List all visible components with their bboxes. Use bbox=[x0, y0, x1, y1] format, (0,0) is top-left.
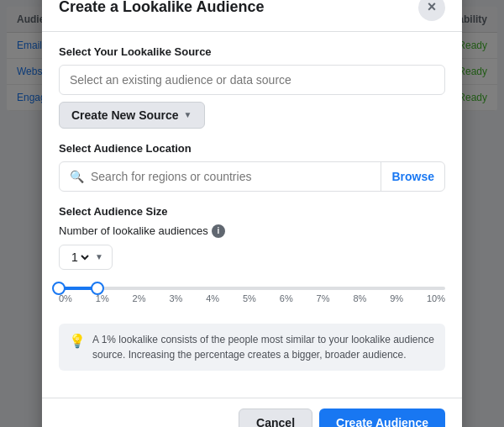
slider-label-5: 5% bbox=[243, 293, 256, 303]
slider-label-8: 8% bbox=[353, 293, 366, 303]
modal-backdrop: Create a Lookalike Audience × Select You… bbox=[0, 0, 504, 427]
location-section: Select Audience Location 🔍 Browse bbox=[59, 142, 445, 192]
search-icon: 🔍 bbox=[70, 170, 84, 183]
browse-button[interactable]: Browse bbox=[381, 162, 434, 191]
slider-label-10: 10% bbox=[427, 293, 445, 303]
number-select[interactable]: 1 2 3 4 5 6 bbox=[68, 250, 92, 265]
lightbulb-icon: 💡 bbox=[69, 333, 86, 349]
source-section-label: Select Your Lookalike Source bbox=[59, 45, 445, 58]
size-label-row: Number of lookalike audiences i bbox=[59, 224, 445, 238]
create-new-source-button[interactable]: Create New Source ▼ bbox=[59, 102, 205, 129]
dropdown-arrow-icon: ▼ bbox=[184, 110, 192, 119]
create-audience-button[interactable]: Create Audience bbox=[319, 409, 445, 428]
location-section-label: Select Audience Location bbox=[59, 142, 445, 155]
slider-label-3: 3% bbox=[169, 293, 182, 303]
tip-text: A 1% lookalike consists of the people mo… bbox=[92, 332, 435, 362]
size-section-label: Select Audience Size bbox=[59, 205, 445, 218]
slider-label-7: 7% bbox=[317, 293, 330, 303]
slider-right-thumb[interactable] bbox=[91, 282, 104, 295]
modal-title: Create a Lookalike Audience bbox=[59, 0, 264, 16]
modal-header: Create a Lookalike Audience × bbox=[42, 0, 462, 32]
tip-box: 💡 A 1% lookalike consists of the people … bbox=[59, 324, 445, 371]
slider-left-thumb[interactable] bbox=[52, 282, 66, 295]
modal-footer: Cancel Create Audience bbox=[42, 398, 462, 428]
slider-labels: 0% 1% 2% 3% 4% 5% 6% 7% 8% 9% 10% bbox=[59, 293, 445, 303]
modal-body: Select Your Lookalike Source Create New … bbox=[42, 32, 462, 398]
create-source-label: Create New Source bbox=[71, 108, 179, 122]
source-section: Select Your Lookalike Source Create New … bbox=[59, 45, 445, 129]
number-select-wrapper[interactable]: 1 2 3 4 5 6 ▼ bbox=[59, 245, 113, 270]
location-input-wrapper: 🔍 Browse bbox=[59, 161, 445, 192]
slider-track bbox=[59, 287, 445, 290]
slider-label-4: 4% bbox=[206, 293, 219, 303]
slider-label-6: 6% bbox=[280, 293, 293, 303]
info-icon[interactable]: i bbox=[212, 224, 225, 238]
slider-container: 0% 1% 2% 3% 4% 5% 6% 7% 8% 9% 10% bbox=[59, 287, 445, 320]
slider-label-2: 2% bbox=[133, 293, 146, 303]
source-input[interactable] bbox=[59, 65, 445, 95]
location-search-input[interactable] bbox=[91, 162, 374, 191]
close-button[interactable]: × bbox=[418, 0, 445, 21]
select-arrow-icon: ▼ bbox=[95, 252, 103, 261]
modal: Create a Lookalike Audience × Select You… bbox=[42, 0, 462, 427]
number-label: Number of lookalike audiences bbox=[59, 224, 208, 237]
size-section: Select Audience Size Number of lookalike… bbox=[59, 205, 445, 371]
slider-label-0: 0% bbox=[59, 293, 72, 303]
slider-label-9: 9% bbox=[390, 293, 403, 303]
cancel-button[interactable]: Cancel bbox=[239, 409, 312, 428]
